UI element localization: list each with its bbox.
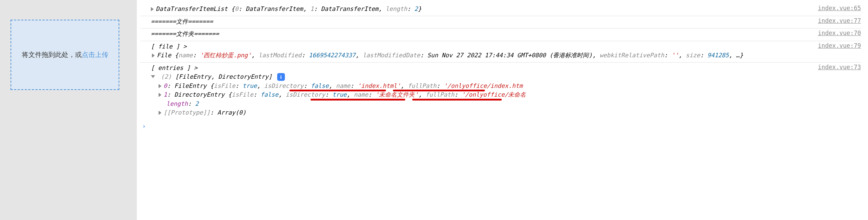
expand-icon[interactable] xyxy=(159,111,161,115)
log-separator-file: =======文件======= index.vue:77 xyxy=(140,16,861,29)
file-header: [ file ] > xyxy=(151,42,811,51)
expand-icon[interactable] xyxy=(159,84,161,88)
source-link[interactable]: index.vue:77 xyxy=(811,17,861,24)
upload-dropzone[interactable]: 将文件拖到此处，或点击上传 xyxy=(11,20,119,90)
log-separator-folder: =======文件夹======= index.vue:70 xyxy=(140,28,861,41)
collapse-icon[interactable] xyxy=(151,75,155,78)
log-datatransfer[interactable]: DataTransferItemList {0: DataTransferIte… xyxy=(140,4,861,16)
source-link[interactable]: index.vue:70 xyxy=(811,30,861,37)
source-link[interactable]: index.vue:79 xyxy=(811,42,861,49)
entry-length: length: 2 xyxy=(151,99,811,109)
preview-panel: 将文件拖到此处，或点击上传 xyxy=(0,0,137,220)
entry-0[interactable]: 0: FileEntry {isFile: true, isDirectory:… xyxy=(151,82,811,91)
devtools-console[interactable]: DataTransferItemList {0: DataTransferIte… xyxy=(137,0,868,220)
upload-text: 将文件拖到此处，或 xyxy=(22,51,82,58)
console-prompt-icon[interactable]: › xyxy=(140,122,861,130)
info-icon[interactable]: i xyxy=(277,73,285,81)
upload-link[interactable]: 点击上传 xyxy=(82,51,108,58)
entry-1[interactable]: 1: DirectoryEntry {isFile: false, isDire… xyxy=(151,90,811,99)
entry-prototype[interactable]: [[Prototype]]: Array(0) xyxy=(151,108,811,117)
log-entries[interactable]: [ entries ] > (2) [FileEntry, DirectoryE… xyxy=(140,63,861,119)
entries-header: [ entries ] > xyxy=(151,64,811,73)
source-link[interactable]: index.vue:65 xyxy=(811,5,861,12)
log-file[interactable]: [ file ] > File {name: '西红柿炒蛋.png', last… xyxy=(140,41,861,63)
source-link[interactable]: index.vue:73 xyxy=(811,64,861,71)
expand-icon[interactable] xyxy=(151,7,154,11)
expand-icon[interactable] xyxy=(152,53,155,58)
expand-icon[interactable] xyxy=(159,93,161,97)
